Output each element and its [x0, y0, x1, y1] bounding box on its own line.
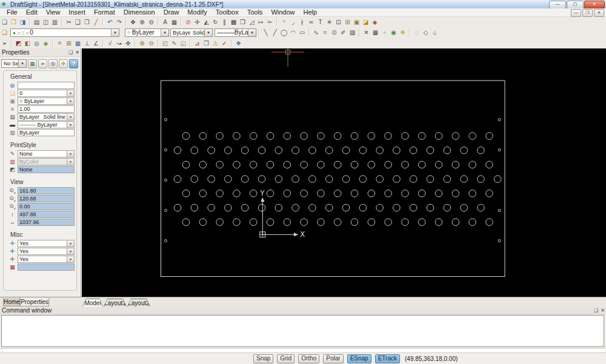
new-sheet-icon[interactable]: ◰ [161, 39, 170, 48]
ellipse-icon[interactable]: ⊙ [330, 28, 339, 37]
menu-window[interactable]: Window [267, 8, 299, 16]
arc-icon[interactable]: ◠ [288, 28, 298, 37]
explode-icon[interactable]: ✳ [325, 18, 334, 27]
dropdown-arrow-icon[interactable]: ▼ [67, 114, 74, 120]
smart-dimension-icon[interactable]: ✕ [362, 28, 371, 37]
line-style-combo[interactable]: ByLayer Solid line ▼ [170, 28, 213, 37]
edit-sheet-icon[interactable]: ✎ [170, 39, 179, 48]
line-weight-combo[interactable]: ——— ByLayer ▼ [215, 28, 256, 37]
redo-icon[interactable]: ↷ [115, 18, 124, 27]
polygon-select-icon[interactable]: ◇ [421, 28, 430, 37]
close-button[interactable]: ✕ [584, 1, 605, 9]
dropdown-arrow-icon[interactable]: ▼ [67, 248, 74, 254]
offset-icon[interactable]: ∥ [220, 18, 229, 27]
sqrt-icon[interactable]: √ [105, 39, 115, 48]
line-icon[interactable]: ╲ [261, 28, 270, 37]
lasso-select-icon[interactable]: ⌂ [430, 28, 439, 37]
minimize-button[interactable]: — [549, 1, 566, 9]
status-snap-button[interactable]: Snap [253, 354, 273, 363]
snap-mid-icon[interactable]: ◧ [23, 39, 32, 48]
make-block-icon[interactable]: ⊿ [193, 39, 202, 48]
fillet-icon[interactable]: ◝ [279, 18, 288, 27]
select-matching-icon[interactable]: ▦ [28, 59, 37, 68]
line-weight-select[interactable]: ——— ByLayer▼ [18, 121, 75, 128]
layer-select[interactable]: 0▼ [18, 90, 75, 97]
polar-mode-icon[interactable]: ∠ [92, 39, 101, 48]
snap-node-icon[interactable]: ◈ [41, 39, 50, 48]
title-bar[interactable]: ❖ DraftSight - [SheetMetal-2013159301_Kl… [0, 0, 606, 9]
customize-icon[interactable]: ❖ [59, 59, 68, 68]
new-icon[interactable]: ❏ [0, 18, 9, 27]
move-icon[interactable]: ✢ [193, 18, 202, 27]
command-history[interactable] [1, 315, 604, 347]
measure-icon[interactable]: ↝ [115, 39, 124, 48]
hatch-icon[interactable]: ▨ [348, 28, 357, 37]
center-x-value[interactable]: 161.80 [18, 187, 75, 194]
rectangle-icon[interactable]: ▭ [298, 28, 307, 37]
command-window-titlebar[interactable]: Command window ❏ ✕ [0, 306, 606, 314]
trim-icon[interactable]: ✁ [265, 18, 275, 27]
zoom-out-icon[interactable]: ⊖ [147, 39, 156, 48]
select-entities-icon[interactable]: ➢ [38, 59, 47, 68]
save-icon[interactable]: ◨ [18, 18, 27, 27]
ortho-mode-icon[interactable]: ⊥ [82, 39, 92, 48]
text-style-icon[interactable]: A [161, 18, 170, 27]
dropdown-arrow-icon[interactable]: ▼ [67, 240, 74, 247]
point-icon[interactable]: ✐ [339, 28, 348, 37]
chamfer-icon[interactable]: ◞ [288, 18, 298, 27]
stretch-icon[interactable]: ↦ [256, 18, 265, 27]
insert-block-icon[interactable]: ❒ [202, 39, 211, 48]
line-weight-combo-arrow-icon[interactable]: ▼ [248, 29, 256, 36]
open-icon[interactable]: ❐ [9, 18, 18, 27]
help-button[interactable]: ? [69, 59, 78, 68]
mdi-minimize-icon[interactable]: — [571, 9, 581, 17]
clean-icon[interactable]: ⊡ [334, 18, 343, 27]
status-etrack-button[interactable]: ETrack [375, 354, 400, 363]
pen-icon[interactable]: ◈ [370, 18, 379, 27]
ucs-origin-select[interactable]: Yes▼ [18, 248, 75, 255]
hyperlink-input[interactable] [18, 82, 75, 89]
drawing-canvas[interactable]: XY [82, 48, 606, 297]
panel-close-icon[interactable]: ✕ [74, 50, 81, 55]
spline-icon[interactable]: ≈ [321, 28, 330, 37]
dropdown-arrow-icon[interactable]: ▼ [67, 151, 74, 157]
region-icon[interactable]: ❖ [398, 28, 407, 37]
etrack-settings-icon[interactable]: ▦ [73, 39, 82, 48]
text-icon[interactable]: T [316, 18, 325, 27]
block-icon[interactable]: ⊞ [343, 18, 352, 27]
transparency-input[interactable]: ByLayer [18, 129, 75, 136]
line-color-select[interactable]: ○ ByLayer▼ [18, 98, 75, 105]
menu-view[interactable]: View [42, 8, 65, 16]
center-z-value[interactable]: 0.00 [18, 203, 75, 210]
active-layer-combo[interactable]: ●▱▯○ 0 ▼ [10, 28, 119, 37]
weld-icon[interactable]: ≍ [307, 18, 316, 27]
area-icon[interactable]: ✜ [124, 39, 133, 48]
print-style-table-value[interactable]: None [18, 166, 75, 173]
polyline-icon[interactable]: ∿ [311, 28, 321, 37]
snap-center-icon[interactable]: ◎ [32, 39, 41, 48]
line-color-combo[interactable]: ○ ByLayer ▼ [125, 28, 169, 37]
construction-line-icon[interactable]: ╱ [270, 28, 279, 37]
circle-icon[interactable]: ◯ [279, 28, 288, 37]
cut-icon[interactable]: ✂ [64, 18, 73, 27]
warning-icon[interactable]: ⚠ [211, 39, 220, 48]
rotate-icon[interactable]: ↻ [211, 18, 220, 27]
scale-icon[interactable]: ◿ [247, 18, 256, 27]
menu-edit[interactable]: Edit [22, 8, 42, 16]
menu-file[interactable]: File [2, 8, 22, 16]
units-value[interactable] [18, 263, 75, 271]
status-ortho-button[interactable]: Ortho [298, 354, 319, 363]
select-arrow-icon[interactable]: ➢ [0, 39, 9, 48]
ucs-viewport-select[interactable]: Yes▼ [18, 256, 75, 263]
import-sheet-icon[interactable]: ◱ [179, 39, 188, 48]
note-icon[interactable]: ◉ [389, 28, 398, 37]
copy-icon[interactable]: ❑ [73, 18, 82, 27]
view-height-value[interactable]: 497.88 [18, 211, 75, 218]
undo-icon[interactable]: ↶ [105, 18, 115, 27]
status-esnap-button[interactable]: ESnap [347, 354, 371, 363]
menu-dimension[interactable]: Dimension [119, 8, 159, 16]
menu-tools[interactable]: Tools [243, 8, 267, 16]
panel-tab-properties[interactable]: Properties [20, 298, 49, 306]
layer-combo-arrow-icon[interactable]: ▼ [111, 29, 119, 36]
wipeout-icon[interactable]: ▫ [380, 28, 389, 37]
